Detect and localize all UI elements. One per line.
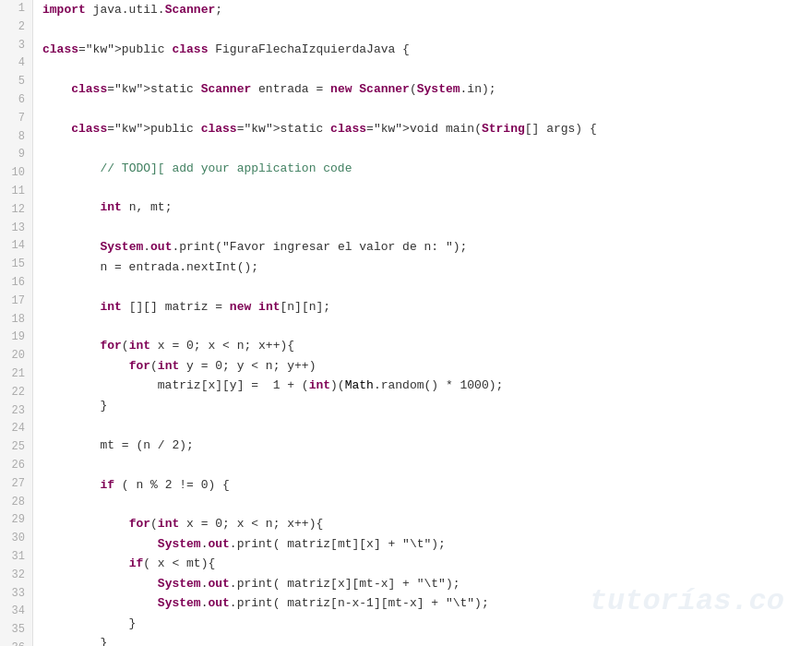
code-line [42, 178, 812, 197]
line-number-gutter: 1234567891011121314151617181920212223242… [0, 0, 33, 646]
line-number: 33 [7, 585, 25, 604]
code-line: n = entrada.nextInt(); [42, 257, 812, 277]
code-line [42, 99, 812, 118]
code-line [42, 317, 812, 336]
code-content: import java.util.Scanner; class="kw">pub… [33, 0, 812, 646]
line-number: 2 [7, 18, 25, 37]
line-number: 30 [7, 530, 25, 548]
code-line: for(int x = 0; x < n; x++){ [42, 336, 812, 355]
code-line: matriz[x][y] = 1 + (int)(Math.random() *… [42, 376, 812, 395]
line-number: 3 [7, 37, 25, 55]
code-line: class="kw">public class="kw">static clas… [42, 119, 812, 138]
line-number: 35 [7, 621, 25, 640]
line-number: 32 [7, 567, 25, 585]
line-number: 7 [7, 110, 25, 128]
line-number: 20 [7, 347, 25, 365]
code-line: // TODO][ add your application code [42, 159, 812, 178]
line-number: 1 [7, 0, 25, 18]
code-line: mt = (n / 2); [42, 436, 812, 455]
code-line: System.out.print( matriz[x][mt-x] + "\t"… [42, 574, 812, 593]
code-line: } [42, 633, 812, 646]
line-number: 10 [7, 164, 25, 183]
line-number: 22 [7, 384, 25, 402]
code-line: } [42, 396, 812, 415]
code-line [42, 277, 812, 296]
code-line: } [42, 614, 812, 633]
code-line [42, 495, 812, 514]
line-number: 13 [7, 220, 25, 238]
line-number: 31 [7, 548, 25, 567]
code-line [42, 455, 812, 474]
line-number: 5 [7, 73, 25, 91]
code-line: int n, mt; [42, 197, 812, 217]
code-line [42, 138, 812, 158]
code-line [42, 218, 812, 237]
line-number: 6 [7, 91, 25, 110]
line-number: 21 [7, 365, 25, 384]
code-line: for(int y = 0; y < n; y++) [42, 356, 812, 376]
line-number: 17 [7, 293, 25, 311]
code-line [42, 415, 812, 435]
code-editor: 1234567891011121314151617181920212223242… [0, 0, 812, 646]
code-line: if( x < mt){ [42, 554, 812, 573]
line-number: 18 [7, 311, 25, 329]
code-line: System.out.print( matriz[n-x-1][mt-x] + … [42, 593, 812, 613]
line-number: 14 [7, 237, 25, 256]
line-number: 29 [7, 511, 25, 530]
line-number: 26 [7, 457, 25, 475]
code-line: int [][] matriz = new int[n][n]; [42, 297, 812, 317]
line-number: 11 [7, 183, 25, 201]
code-line: System.out.print( matriz[mt][x] + "\t"); [42, 534, 812, 554]
line-number: 25 [7, 438, 25, 457]
line-number: 15 [7, 256, 25, 274]
line-number: 4 [7, 54, 25, 73]
line-number: 34 [7, 603, 25, 621]
line-number: 23 [7, 402, 25, 421]
code-line: import java.util.Scanner; [42, 0, 812, 19]
code-line: class="kw">static Scanner entrada = new … [42, 79, 812, 99]
code-line [42, 19, 812, 39]
code-line: class="kw">public class FiguraFlechaIzqu… [42, 40, 812, 59]
line-number: 8 [7, 128, 25, 147]
line-number: 27 [7, 475, 25, 494]
code-line: if ( n % 2 != 0) { [42, 475, 812, 495]
code-line: for(int x = 0; x < n; x++){ [42, 514, 812, 533]
code-line [42, 59, 812, 78]
line-number: 36 [7, 640, 25, 646]
line-number: 19 [7, 329, 25, 347]
code-line: System.out.print("Favor ingresar el valo… [42, 237, 812, 257]
line-number: 16 [7, 274, 25, 293]
line-number: 28 [7, 494, 25, 512]
line-number: 9 [7, 146, 25, 164]
line-number: 12 [7, 201, 25, 220]
line-number: 24 [7, 420, 25, 438]
